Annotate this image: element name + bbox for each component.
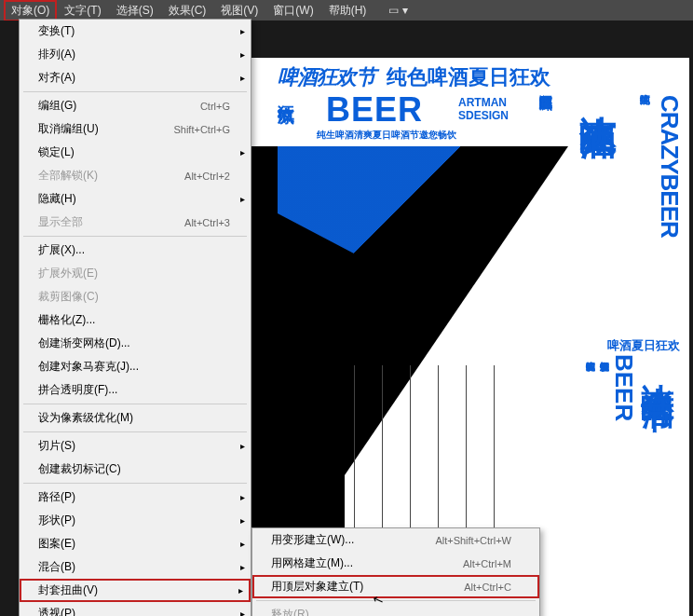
menu-gradient-mesh[interactable]: 创建渐变网格(D)... [20,332,251,355]
art-right-big: 冰爽啤酒 [573,86,624,93]
menu-rasterize[interactable]: 栅格化(Z)... [20,308,251,332]
menu-ungroup[interactable]: 取消编组(U)Shift+Ctrl+G [20,117,251,141]
menu-hide[interactable]: 隐藏(H) [20,187,251,211]
menu-show-all: 显示全部Alt+Ctrl+3 [20,211,251,234]
menu-blend[interactable]: 混合(B) [20,555,251,579]
art-artman: ARTMAN [458,97,507,108]
art-crazy: CRAZYBEER [655,95,684,238]
layout-icon[interactable]: ▭ ▾ [383,1,413,20]
envelope-submenu: 用变形建立(W)...Alt+Shift+Ctrl+W 用网格建立(M)...A… [251,527,540,616]
menu-perspective[interactable]: 透视(P) [20,602,251,616]
menu-envelope-distort[interactable]: 封套扭曲(V) [20,579,251,602]
menu-window[interactable]: 窗口(W) [265,0,320,21]
menu-lock[interactable]: 锁定(L) [20,141,251,164]
submenu-make-with-warp[interactable]: 用变形建立(W)...Alt+Shift+Ctrl+W [252,528,539,552]
menu-shape[interactable]: 形状(P) [20,509,251,532]
separator [23,91,247,92]
menubar: 对象(O) 文字(T) 选择(S) 效果(C) 视图(V) 窗口(W) 帮助(H… [0,0,693,21]
menu-group[interactable]: 编组(G)Ctrl+G [20,94,251,117]
art-small-line: 纯生啤酒清爽夏日啤酒节邀您畅饮 [317,130,456,140]
separator [23,236,247,237]
submenu-make-with-top-object[interactable]: 用顶层对象建立(T)Alt+Ctrl+C [252,575,539,598]
menu-unlock-all: 全部解锁(K)Alt+Ctrl+2 [20,164,251,187]
separator [23,483,247,484]
menu-align[interactable]: 对齐(A) [20,66,251,89]
art-lower-big: 冰爽啤酒节 [634,356,680,375]
art-lower-beer: BEER [609,354,638,421]
menu-slice[interactable]: 切片(S) [20,434,251,458]
separator [23,431,247,432]
menu-create-trim-marks[interactable]: 创建裁切标记(C) [20,458,251,481]
menu-pixel-perfect[interactable]: 设为像素级优化(M) [20,406,251,430]
menu-object-mosaic[interactable]: 创建对象马赛克(J)... [20,355,251,378]
menu-expand[interactable]: 扩展(X)... [20,239,251,262]
submenu-release: 释放(R) [252,603,539,616]
menu-expand-appearance: 扩展外观(E) [20,262,251,285]
menu-help[interactable]: 帮助(H) [321,0,374,21]
menu-pattern[interactable]: 图案(E) [20,532,251,555]
art-title1: 啤酒狂欢节 [278,67,375,88]
menu-crop-image: 裁剪图像(C) [20,285,251,308]
separator [256,600,536,601]
art-lower-horiz: 啤酒夏日狂欢 [607,337,680,354]
menu-path[interactable]: 路径(P) [20,486,251,509]
object-menu-dropdown: 变换(T) 排列(A) 对齐(A) 编组(G)Ctrl+G 取消编组(U)Shi… [19,19,251,616]
separator [23,404,247,404]
menu-arrange[interactable]: 排列(A) [20,43,251,66]
art-beer: BEER [326,93,423,127]
menu-transform[interactable]: 变换(T) [20,20,251,43]
art-title2: 纯色啤酒夏日狂欢 [387,67,550,88]
menu-flatten-transparency[interactable]: 拼合透明度(F)... [20,378,251,402]
art-sdesign: SDESIGN [458,110,509,121]
submenu-make-with-mesh[interactable]: 用网格建立(M)...Alt+Ctrl+M [252,552,539,575]
